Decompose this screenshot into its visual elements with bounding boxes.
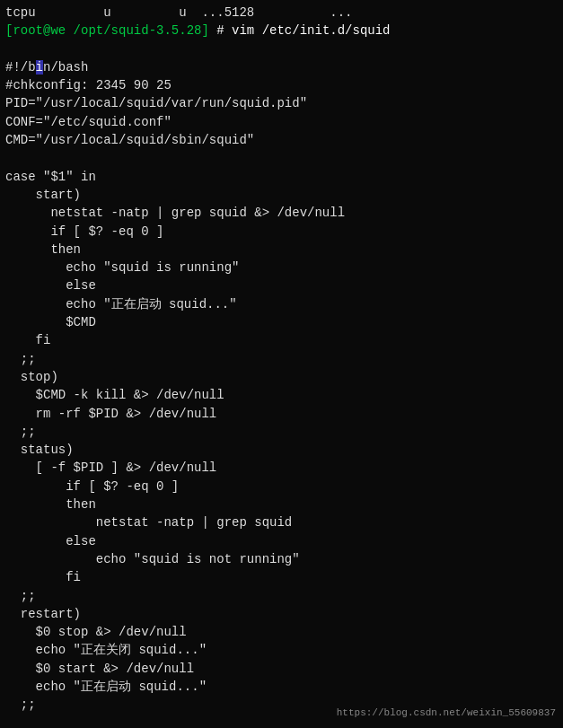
prompt-user: [root@we /opt/squid-3.5.28] <box>5 23 209 38</box>
prompt-hash: # <box>209 23 232 38</box>
cmd-line: CMD="/usr/local/squid/sbin/squid" <box>5 131 558 149</box>
status-label: status) <box>5 441 558 459</box>
blank-line-2 <box>5 149 558 167</box>
fi1-line: fi <box>5 331 558 349</box>
echo3-line: echo "squid is not running" <box>5 550 558 568</box>
netstat-line: netstat -natp | grep squid &> /dev/null <box>5 204 558 222</box>
cmdvar-line: $CMD <box>5 313 558 331</box>
else1-line: else <box>5 276 558 294</box>
restart-label: restart) <box>5 605 558 623</box>
cmdkill-line: $CMD -k kill &> /dev/null <box>5 386 558 404</box>
echo2-line: echo "正在启动 squid..." <box>5 295 558 313</box>
then1-line: then <box>5 241 558 259</box>
start2-line: $0 start &> /dev/null <box>5 660 558 678</box>
echo5-line: echo "正在启动 squid..." <box>5 678 558 696</box>
if2-line: if [ $? -eq 0 ] <box>5 478 558 496</box>
then2-line: then <box>5 496 558 513</box>
shebang-line: #!/bin/bash <box>5 58 558 76</box>
fi2-line: fi <box>5 568 558 586</box>
case-line: case "$1" in <box>5 168 558 186</box>
if1-line: if [ $? -eq 0 ] <box>5 223 558 241</box>
dsemi1-line: ;; <box>5 350 558 368</box>
conf-line: CONF="/etc/squid.conf" <box>5 113 558 131</box>
chkconfig-line: #chkconfig: 2345 90 25 <box>5 76 558 94</box>
stop-label: stop) <box>5 368 558 386</box>
watermark: https://blog.csdn.net/weixin_55609837 <box>337 706 556 721</box>
highlight-b: i <box>36 60 43 75</box>
terminal-window: tcpu u u ...5128 ... [root@we /opt/squid… <box>0 0 563 728</box>
ftest-line: [ -f $PID ] &> /dev/null <box>5 459 558 477</box>
else2-line: else <box>5 532 558 550</box>
prompt-command: vim /etc/init.d/squid <box>232 23 390 38</box>
dsemi2-line: ;; <box>5 423 558 441</box>
prompt-line: [root@we /opt/squid-3.5.28] # vim /etc/i… <box>5 22 558 39</box>
rm-line: rm -rf $PID &> /dev/null <box>5 405 558 423</box>
echo4-line: echo "正在关闭 squid..." <box>5 641 558 659</box>
netstat2-line: netstat -natp | grep squid <box>5 513 558 531</box>
echo1-line: echo "squid is running" <box>5 259 558 276</box>
pid-line: PID="/usr/local/squid/var/run/squid.pid" <box>5 94 558 112</box>
stop2-line: $0 stop &> /dev/null <box>5 623 558 641</box>
line-tcp: tcpu u u ...5128 ... <box>5 4 558 22</box>
start-label: start) <box>5 186 558 204</box>
dsemi3-line: ;; <box>5 587 558 605</box>
blank-line-1 <box>5 40 558 58</box>
